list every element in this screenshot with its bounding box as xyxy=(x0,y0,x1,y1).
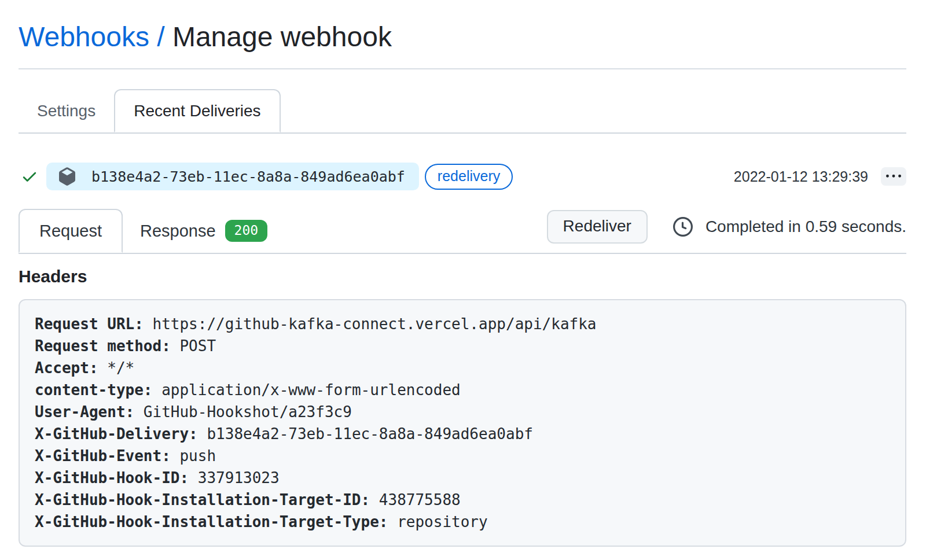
redelivery-badge: redelivery xyxy=(425,164,513,190)
header-key: X-GitHub-Hook-Installation-Target-ID: xyxy=(35,491,370,509)
delivery-actions: Redeliver Completed in 0.59 seconds. xyxy=(547,209,906,253)
header-key: Request method: xyxy=(35,337,171,355)
check-icon xyxy=(21,168,38,185)
header-line: User-Agent: GitHub-Hookshot/a23f3c9 xyxy=(35,401,890,423)
webhook-delivery-page: Webhooks / Manage webhook Settings Recen… xyxy=(0,0,926,547)
title-divider xyxy=(19,68,906,69)
header-value: b138e4a2-73eb-11ec-8a8a-849ad6ea0abf xyxy=(207,425,533,443)
breadcrumb-current: Manage webhook xyxy=(172,21,392,52)
header-value: POST xyxy=(179,337,216,355)
webhooks-breadcrumb-link[interactable]: Webhooks / xyxy=(19,21,172,52)
kebab-horizontal-icon xyxy=(886,169,901,184)
header-value: 438775588 xyxy=(379,491,461,509)
webhook-tabnav: Settings Recent Deliveries xyxy=(19,89,906,134)
completed-duration-text: Completed in 0.59 seconds. xyxy=(705,218,906,236)
header-key: X-GitHub-Hook-Installation-Target-Type: xyxy=(35,513,388,530)
request-response-bar: Request Response 200 Redeliver Completed… xyxy=(19,209,906,254)
tab-response-label: Response xyxy=(140,222,216,241)
header-value: https://github-kafka-connect.vercel.app/… xyxy=(153,315,597,333)
header-key: Accept: xyxy=(35,359,98,377)
clock-icon xyxy=(673,217,693,237)
tab-request[interactable]: Request xyxy=(19,209,123,253)
delivery-options-button[interactable] xyxy=(881,167,906,186)
header-key: Request URL: xyxy=(35,315,144,333)
header-line: X-GitHub-Event: push xyxy=(35,445,890,467)
header-line: Accept: */* xyxy=(35,357,890,379)
redeliver-button[interactable]: Redeliver xyxy=(547,210,648,244)
header-value: GitHub-Hookshot/a23f3c9 xyxy=(144,403,352,421)
header-key: content-type: xyxy=(35,381,153,399)
header-line: Request method: POST xyxy=(35,335,890,357)
header-key: X-GitHub-Delivery: xyxy=(35,425,198,443)
headers-section-title: Headers xyxy=(19,267,906,286)
tab-response[interactable]: Response 200 xyxy=(123,209,285,253)
delivery-guid-toggle[interactable]: b138e4a2-73eb-11ec-8a8a-849ad6ea0abf xyxy=(46,163,419,190)
response-status-badge: 200 xyxy=(225,220,268,242)
header-value: application/x-www-form-urlencoded xyxy=(161,381,461,399)
delivery-guid: b138e4a2-73eb-11ec-8a8a-849ad6ea0abf xyxy=(91,168,405,185)
header-line: X-GitHub-Hook-Installation-Target-ID: 43… xyxy=(35,489,890,511)
header-value: repository xyxy=(397,513,488,530)
header-line: X-GitHub-Delivery: b138e4a2-73eb-11ec-8a… xyxy=(35,423,890,445)
header-line: X-GitHub-Hook-ID: 337913023 xyxy=(35,467,890,489)
tab-recent-deliveries[interactable]: Recent Deliveries xyxy=(114,89,280,132)
header-value: 337913023 xyxy=(198,469,280,487)
tab-settings[interactable]: Settings xyxy=(19,89,114,132)
header-line: X-GitHub-Hook-Installation-Target-Type: … xyxy=(35,511,890,533)
request-headers-block: Request URL: https://github-kafka-connec… xyxy=(19,299,906,547)
header-key: User-Agent: xyxy=(35,403,134,421)
header-line: content-type: application/x-www-form-url… xyxy=(35,379,890,401)
header-key: X-GitHub-Event: xyxy=(35,447,171,465)
delivery-row: b138e4a2-73eb-11ec-8a8a-849ad6ea0abf red… xyxy=(19,163,906,190)
header-key: X-GitHub-Hook-ID: xyxy=(35,469,189,487)
package-icon xyxy=(58,167,76,186)
page-title: Webhooks / Manage webhook xyxy=(19,21,906,53)
header-value: push xyxy=(179,447,216,465)
header-value: */* xyxy=(107,359,134,377)
header-line: Request URL: https://github-kafka-connec… xyxy=(35,313,890,335)
delivery-timestamp: 2022-01-12 13:29:39 xyxy=(734,168,868,185)
